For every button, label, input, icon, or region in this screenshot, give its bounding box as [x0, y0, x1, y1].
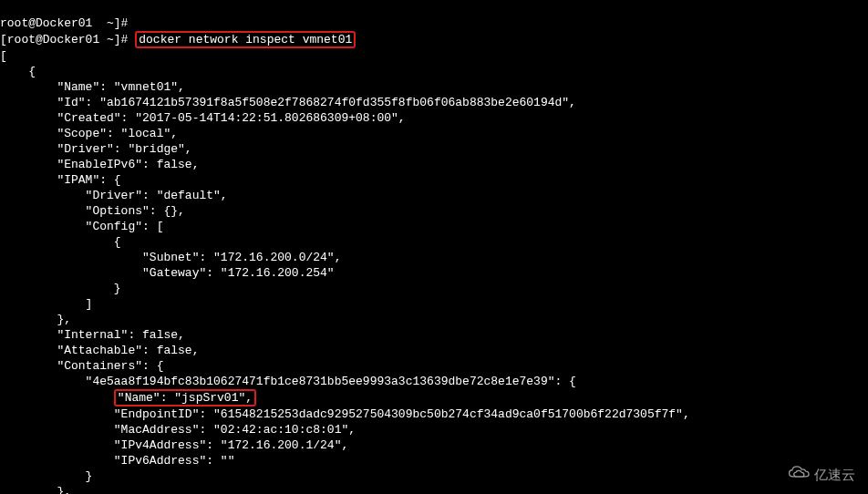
json-line: "Driver": "default", — [0, 188, 868, 203]
json-line: "IPAM": { — [0, 172, 868, 188]
json-line: "Gateway": "172.16.200.254" — [0, 265, 868, 281]
cut-previous-line: root@Docker01 ~]# — [0, 15, 868, 31]
json-line: } — [0, 468, 868, 484]
json-line: { — [0, 64, 868, 79]
json-line: "EnableIPv6": false, — [0, 157, 868, 172]
json-line: }, — [0, 312, 868, 327]
json-line: } — [0, 281, 868, 296]
container-name-line: "Name": "jspSrv01", — [0, 389, 868, 407]
json-line: { — [0, 234, 868, 250]
json-line: "Attachable": false, — [0, 343, 868, 358]
json-line: "Options": {}, — [0, 203, 868, 219]
json-line: }, — [0, 484, 868, 494]
watermark-text: 亿速云 — [814, 467, 855, 482]
json-line: "Scope": "local", — [0, 126, 868, 141]
json-line: "MacAddress": "02:42:ac:10:c8:01", — [0, 422, 868, 437]
json-line: "Name": "vmnet01", — [0, 79, 868, 95]
watermark: 亿速云 — [787, 464, 855, 485]
highlighted-container-name: "Name": "jspSrv01", — [114, 389, 256, 407]
json-line: "Subnet": "172.16.200.0/24", — [0, 250, 868, 265]
json-line: "4e5aa8f194bfc83b10627471fb1ce8731bb5ee9… — [0, 374, 868, 389]
json-line: "Config": [ — [0, 219, 868, 234]
json-line: "Internal": false, — [0, 327, 868, 343]
json-line: "Created": "2017-05-14T14:22:51.80268630… — [0, 110, 868, 126]
command-line: [root@Docker01 ~]# docker network inspec… — [0, 31, 868, 48]
json-line: "Containers": { — [0, 358, 868, 374]
shell-prompt: [root@Docker01 ~]# — [0, 33, 135, 46]
highlighted-command: docker network inspect vmnet01 — [135, 31, 356, 48]
terminal-output: root@Docker01 ~]#[root@Docker01 ~]# dock… — [0, 0, 868, 494]
json-line: "Id": "ab1674121b57391f8a5f508e2f7868274… — [0, 95, 868, 110]
json-line: [ — [0, 48, 868, 64]
cloud-icon — [787, 464, 811, 485]
json-line: ] — [0, 296, 868, 312]
json-line: "IPv4Address": "172.16.200.1/24", — [0, 437, 868, 453]
json-line: "IPv6Address": "" — [0, 453, 868, 468]
json-line: "Driver": "bridge", — [0, 141, 868, 157]
json-line: "EndpointID": "61548215253dadc9295275043… — [0, 407, 868, 422]
